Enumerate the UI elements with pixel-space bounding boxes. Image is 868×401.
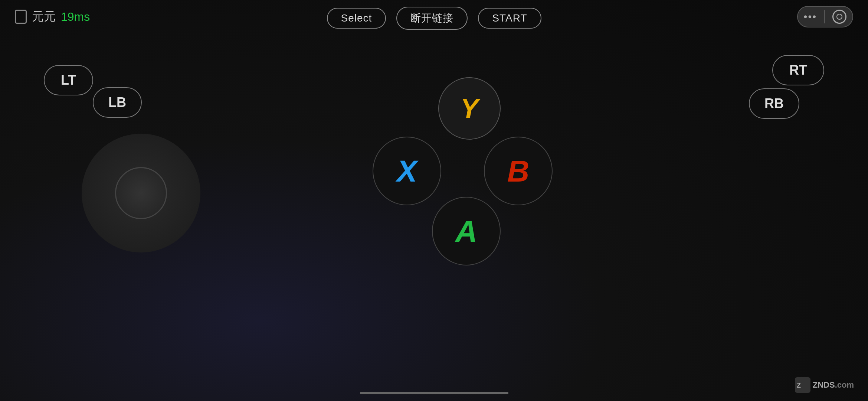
disconnect-button[interactable]: 断开链接	[396, 7, 468, 30]
watermark-icon: Z	[795, 377, 810, 393]
left-joystick[interactable]	[82, 134, 200, 252]
rt-button[interactable]: RT	[772, 55, 824, 85]
latency-display: 19ms	[61, 10, 90, 24]
svg-text:Z: Z	[797, 382, 801, 389]
pill-control[interactable]: •••	[797, 6, 853, 27]
center-buttons: Select 断开链接 START	[327, 7, 541, 30]
watermark: Z ZNDS.com	[795, 377, 854, 393]
lt-button[interactable]: LT	[44, 65, 93, 95]
a-button[interactable]: A	[432, 197, 501, 265]
camera-icon	[832, 10, 846, 24]
phone-icon	[15, 10, 27, 24]
camera-inner-circle	[836, 14, 842, 20]
device-name: 元元	[32, 9, 56, 25]
y-button[interactable]: Y	[438, 77, 501, 140]
dots-icon: •••	[804, 11, 817, 23]
b-button[interactable]: B	[484, 137, 553, 205]
home-indicator	[360, 392, 508, 394]
select-button[interactable]: Select	[327, 8, 386, 29]
divider	[824, 10, 825, 23]
x-button[interactable]: X	[373, 137, 441, 205]
start-button[interactable]: START	[478, 8, 541, 29]
watermark-text: ZNDS.com	[813, 380, 854, 390]
lb-button[interactable]: LB	[93, 87, 142, 118]
joystick-inner-circle	[115, 167, 167, 219]
rb-button[interactable]: RB	[749, 88, 799, 119]
device-info: 元元 19ms	[15, 9, 90, 25]
top-right-controls: •••	[797, 6, 853, 27]
